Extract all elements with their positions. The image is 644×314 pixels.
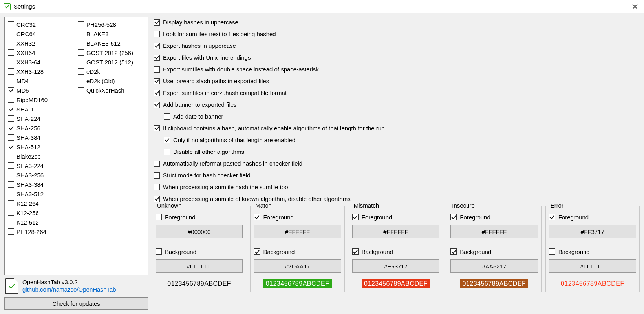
foreground-checkbox[interactable] xyxy=(549,214,555,220)
algorithm-checkbox[interactable] xyxy=(8,59,14,65)
option-label: When processing a sumfile hash the sumfi… xyxy=(163,184,288,190)
option-row: If clipboard contains a hash, automatica… xyxy=(154,123,638,133)
algorithm-checkbox[interactable] xyxy=(8,78,14,84)
algorithm-checkbox[interactable] xyxy=(8,97,14,103)
repo-link[interactable]: github.com/namazso/OpenHashTab xyxy=(22,286,116,294)
algorithm-checkbox[interactable] xyxy=(8,134,14,141)
algorithm-checkbox[interactable] xyxy=(8,87,14,93)
color-group-title: Unknown xyxy=(156,202,183,209)
background-checkbox[interactable] xyxy=(254,248,260,255)
option-checkbox[interactable] xyxy=(154,184,160,190)
background-row: Background xyxy=(450,247,538,256)
option-checkbox[interactable] xyxy=(154,19,160,26)
option-checkbox[interactable] xyxy=(154,196,160,202)
background-checkbox[interactable] xyxy=(352,248,359,255)
right-column: Display hashes in uppercaseLook for sumf… xyxy=(152,17,640,310)
product-name: OpenHashTab v3.0.2 xyxy=(22,279,116,286)
titlebar: Settings xyxy=(0,0,644,13)
option-checkbox[interactable] xyxy=(154,43,160,49)
algorithm-checkbox[interactable] xyxy=(8,172,14,178)
background-color-button[interactable]: #FFFFFF xyxy=(549,259,636,273)
foreground-color-button[interactable]: #FFFFFF xyxy=(254,225,341,238)
background-color-button[interactable]: #E63717 xyxy=(352,259,439,273)
option-row: Export sumfiles in corz .hash compatible… xyxy=(154,88,638,98)
algorithm-item: XXH64 xyxy=(8,48,75,57)
background-color-button[interactable]: #FFFFFF xyxy=(156,259,243,273)
option-checkbox[interactable] xyxy=(154,90,160,96)
algorithm-checkbox[interactable] xyxy=(8,200,14,206)
algorithm-checkbox[interactable] xyxy=(78,49,84,56)
algorithm-item: QuickXorHash xyxy=(78,86,145,95)
foreground-color-button[interactable]: #FFFFFF xyxy=(352,225,439,238)
algorithm-checkbox[interactable] xyxy=(8,219,14,225)
foreground-color-button[interactable]: #FFFFFF xyxy=(450,225,538,238)
algorithm-checkbox[interactable] xyxy=(8,162,14,169)
check-updates-button[interactable]: Check for updates xyxy=(4,297,148,310)
algorithm-item: SHA3-256 xyxy=(8,170,75,180)
background-checkbox[interactable] xyxy=(156,248,162,255)
algorithm-checkbox[interactable] xyxy=(8,21,14,27)
option-checkbox[interactable] xyxy=(154,161,160,167)
algorithm-checkbox[interactable] xyxy=(78,87,84,93)
option-checkbox[interactable] xyxy=(164,137,170,143)
algorithm-checkbox[interactable] xyxy=(78,68,84,75)
algorithm-item: CRC32 xyxy=(8,20,75,29)
foreground-checkbox[interactable] xyxy=(156,214,162,220)
option-checkbox[interactable] xyxy=(164,149,170,155)
option-checkbox[interactable] xyxy=(154,31,160,37)
background-checkbox[interactable] xyxy=(549,248,555,255)
foreground-checkbox[interactable] xyxy=(450,214,457,220)
algorithm-item: PH256-528 xyxy=(78,20,145,29)
algorithm-checkbox[interactable] xyxy=(8,49,14,56)
foreground-checkbox[interactable] xyxy=(254,214,260,220)
option-checkbox[interactable] xyxy=(154,172,160,179)
algorithm-checkbox[interactable] xyxy=(78,59,84,65)
algorithm-checkbox[interactable] xyxy=(8,40,14,46)
algorithm-checkbox[interactable] xyxy=(8,31,14,37)
foreground-label: Foreground xyxy=(165,214,196,221)
option-checkbox[interactable] xyxy=(154,66,160,73)
algorithm-item: MD4 xyxy=(8,76,75,86)
option-label: Export hashes in uppercase xyxy=(163,42,236,49)
option-checkbox[interactable] xyxy=(154,125,160,131)
sample-text: 0123456789ABCDEF xyxy=(165,279,233,288)
option-checkbox[interactable] xyxy=(154,55,160,61)
option-checkbox[interactable] xyxy=(164,113,170,120)
background-label: Background xyxy=(165,248,196,255)
foreground-color-button[interactable]: #FF3717 xyxy=(549,225,636,238)
algorithm-checkbox[interactable] xyxy=(8,181,14,188)
app-icon xyxy=(4,3,11,10)
close-icon xyxy=(632,4,638,9)
color-group: UnknownForeground#000000Background#FFFFF… xyxy=(152,206,246,292)
about-text: OpenHashTab v3.0.2 github.com/namazso/Op… xyxy=(22,279,116,294)
background-color-button[interactable]: #2DAA17 xyxy=(254,259,341,273)
option-checkbox[interactable] xyxy=(154,78,160,84)
algorithm-label: K12-512 xyxy=(16,219,39,226)
algorithm-checkbox[interactable] xyxy=(8,210,14,216)
settings-window: Settings CRC32CRC64XXH32XXH64XXH3-64XXH3… xyxy=(0,0,644,314)
algorithm-checkbox[interactable] xyxy=(8,115,14,122)
background-color-button[interactable]: #AA5217 xyxy=(450,259,538,273)
algorithm-label: XXH32 xyxy=(16,40,35,47)
option-checkbox[interactable] xyxy=(154,102,160,108)
algorithm-checkbox[interactable] xyxy=(8,68,14,75)
algorithm-checkbox[interactable] xyxy=(8,144,14,150)
algorithm-checkbox[interactable] xyxy=(8,106,14,112)
foreground-checkbox[interactable] xyxy=(352,214,359,220)
algorithm-checkbox[interactable] xyxy=(78,31,84,37)
color-group-title: Mismatch xyxy=(352,202,381,209)
foreground-color-button[interactable]: #000000 xyxy=(156,225,243,238)
close-button[interactable] xyxy=(629,1,640,12)
background-checkbox[interactable] xyxy=(450,248,457,255)
algorithm-checkbox[interactable] xyxy=(8,153,14,159)
algorithm-checkbox[interactable] xyxy=(8,125,14,131)
algorithm-checkbox[interactable] xyxy=(78,21,84,27)
color-group: MismatchForeground#FFFFFFBackground#E637… xyxy=(349,206,443,292)
foreground-label: Foreground xyxy=(263,214,294,221)
algorithm-checkbox[interactable] xyxy=(8,191,14,197)
background-row: Background xyxy=(156,247,243,256)
algorithm-checkbox[interactable] xyxy=(78,78,84,84)
algorithm-item: Blake2sp xyxy=(8,152,75,161)
algorithm-checkbox[interactable] xyxy=(78,40,84,46)
algorithm-checkbox[interactable] xyxy=(8,228,14,235)
